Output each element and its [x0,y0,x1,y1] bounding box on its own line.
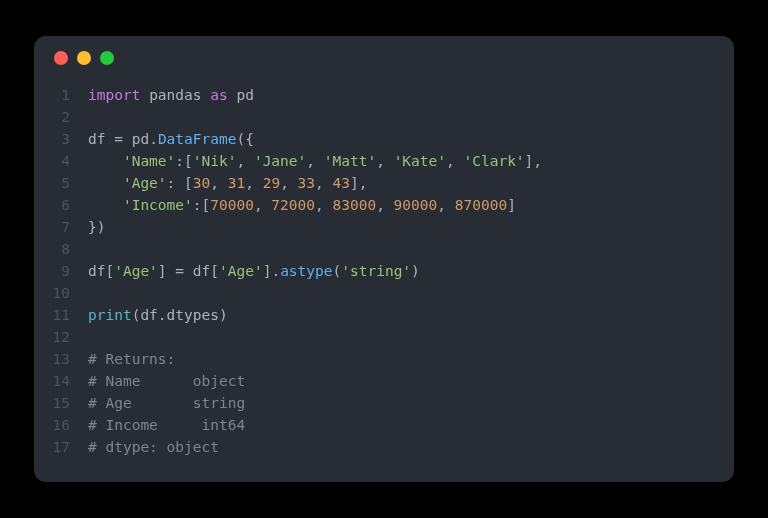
line-number: 2 [34,106,88,128]
code-content: df = pd.DataFrame({ [88,128,254,150]
minimize-icon[interactable] [77,51,91,65]
code-line: 6 'Income':[70000, 72000, 83000, 90000, … [34,194,734,216]
code-content: 'Age': [30, 31, 29, 33, 43], [88,172,367,194]
code-line: 3 df = pd.DataFrame({ [34,128,734,150]
code-editor-window: 1 import pandas as pd 2 3 df = pd.DataFr… [34,36,734,482]
line-number: 10 [34,282,88,304]
close-icon[interactable] [54,51,68,65]
code-content: 'Name':['Nik', 'Jane', 'Matt', 'Kate', '… [88,150,542,172]
code-line: 1 import pandas as pd [34,84,734,106]
code-line: 13 # Returns: [34,348,734,370]
code-line: 9 df['Age'] = df['Age'].astype('string') [34,260,734,282]
code-line: 2 [34,106,734,128]
line-number: 15 [34,392,88,414]
line-number: 5 [34,172,88,194]
line-number: 1 [34,84,88,106]
line-number: 9 [34,260,88,282]
code-line: 12 [34,326,734,348]
line-number: 13 [34,348,88,370]
line-number: 14 [34,370,88,392]
code-content: print(df.dtypes) [88,304,228,326]
code-content: df['Age'] = df['Age'].astype('string') [88,260,420,282]
line-number: 17 [34,436,88,458]
code-content: # Income int64 [88,414,245,436]
code-content: }) [88,216,105,238]
code-line: 14 # Name object [34,370,734,392]
code-line: 4 'Name':['Nik', 'Jane', 'Matt', 'Kate',… [34,150,734,172]
code-content: import pandas as pd [88,84,254,106]
line-number: 8 [34,238,88,260]
code-content: 'Income':[70000, 72000, 83000, 90000, 87… [88,194,516,216]
line-number: 3 [34,128,88,150]
code-content: # Age string [88,392,245,414]
code-content: # dtype: object [88,436,219,458]
line-number: 4 [34,150,88,172]
code-line: 10 [34,282,734,304]
line-number: 7 [34,216,88,238]
code-content: # Name object [88,370,245,392]
code-editor[interactable]: 1 import pandas as pd 2 3 df = pd.DataFr… [34,80,734,458]
line-number: 12 [34,326,88,348]
line-number: 6 [34,194,88,216]
zoom-icon[interactable] [100,51,114,65]
window-titlebar [34,36,734,80]
code-line: 7 }) [34,216,734,238]
code-line: 5 'Age': [30, 31, 29, 33, 43], [34,172,734,194]
code-line: 16 # Income int64 [34,414,734,436]
code-line: 11 print(df.dtypes) [34,304,734,326]
code-content: # Returns: [88,348,175,370]
line-number: 11 [34,304,88,326]
code-line: 8 [34,238,734,260]
line-number: 16 [34,414,88,436]
code-line: 17 # dtype: object [34,436,734,458]
code-line: 15 # Age string [34,392,734,414]
